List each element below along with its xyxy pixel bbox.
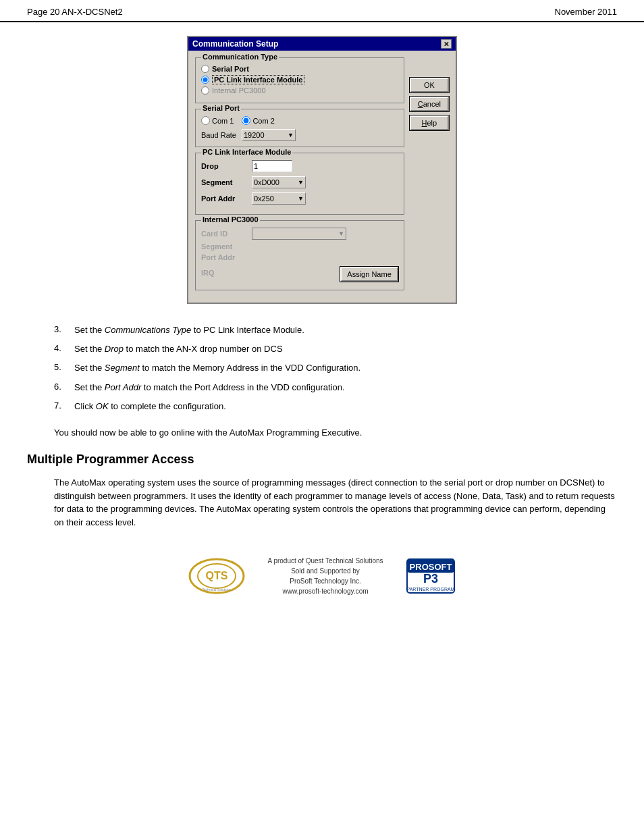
drop-input[interactable]	[252, 160, 292, 172]
port-addr-value: 0x250	[254, 194, 274, 203]
internal-pc3000-label: Internal PC3000	[212, 86, 266, 95]
port-addr-dropdown[interactable]: 0x250 ▼	[252, 192, 306, 205]
port-addr-disabled-label: Port Addr	[201, 253, 252, 261]
serial-port-radio-row[interactable]: Serial Port	[201, 65, 398, 73]
instruction-7: 7. Click OK to complete the configuratio…	[54, 400, 617, 413]
pc-link-group-label: PC Link Interface Module	[201, 148, 292, 156]
dialog-left: Communication Type Serial Port PC Link I…	[195, 57, 404, 296]
svg-text:PARTNER PROGRAM: PARTNER PROGRAM	[406, 587, 454, 592]
communication-setup-dialog: Communication Setup ✕ Communication Type…	[187, 36, 457, 304]
instruction-6-text: Set the Port Addr to match the Port Addr…	[74, 382, 345, 394]
baud-rate-value: 19200	[244, 131, 265, 139]
segment-dropdown[interactable]: 0xD000 ▼	[252, 176, 306, 188]
dialog-title: Communication Setup	[192, 39, 278, 49]
instruction-3-num: 3.	[54, 324, 74, 336]
port-addr-disabled-row: Port Addr	[201, 253, 398, 261]
port-addr-label: Port Addr	[201, 194, 252, 203]
section-heading-container: Multiple Programmer Access	[27, 452, 617, 467]
dialog-buttons: OK Cancel Help	[410, 57, 449, 296]
header-right: November 2011	[555, 7, 618, 17]
dialog-titlebar: Communication Setup ✕	[188, 37, 456, 51]
footer-line2: Sold and Supported by	[267, 566, 383, 576]
svg-text:QTS: QTS	[206, 570, 228, 581]
svg-text:P3: P3	[423, 572, 438, 585]
serial-port-radio[interactable]	[201, 65, 209, 73]
pc-link-group: PC Link Interface Module Drop Segment 0x…	[195, 153, 404, 215]
segment-disabled-label: Segment	[201, 242, 252, 251]
internal-pc3000-radio-row[interactable]: Internal PC3000	[201, 86, 398, 95]
segment-disabled-row: Segment	[201, 242, 398, 251]
serial-port-group-label: Serial Port	[201, 104, 241, 112]
footer-line4: www.prosoft-technology.com	[267, 586, 383, 596]
internal-pc3000-content: Card ID ▼ Segment Port Addr	[201, 228, 398, 282]
cancel-button[interactable]: Cancel	[410, 97, 449, 111]
instructions-list: 3. Set the Communications Type to PC Lin…	[54, 324, 617, 413]
pc-link-content: Drop Segment 0xD000 ▼	[201, 160, 398, 205]
serial-port-group: Serial Port Com 1 Com 2	[195, 109, 404, 147]
card-id-label: Card ID	[201, 230, 252, 238]
comm-type-content: Serial Port PC Link Interface Module Int…	[201, 65, 398, 95]
segment-field-row: Segment 0xD000 ▼	[201, 176, 398, 188]
comm-type-label: Communication Type	[201, 53, 279, 61]
assign-name-button[interactable]: Assign Name	[340, 267, 398, 282]
com1-radio[interactable]	[201, 116, 210, 125]
com2-radio[interactable]	[242, 116, 250, 125]
instruction-3: 3. Set the Communications Type to PC Lin…	[54, 324, 617, 336]
prosoft-logo: PROSOFT P3 PARTNER PROGRAM	[404, 556, 458, 596]
instruction-4-num: 4.	[54, 343, 74, 355]
baud-rate-arrow-icon: ▼	[288, 132, 294, 138]
footer-line1: A product of Quest Technical Solutions	[267, 556, 383, 566]
internal-pc3000-radio[interactable]	[201, 86, 209, 95]
comm-type-group: Communication Type Serial Port PC Link I…	[195, 57, 404, 103]
help-button[interactable]: Help	[410, 115, 449, 130]
instruction-5: 5. Set the Segment to match the Memory A…	[54, 362, 617, 374]
dialog-body: Communication Type Serial Port PC Link I…	[188, 51, 456, 303]
segment-arrow-icon: ▼	[298, 179, 304, 186]
page-header: Page 20 AN-X-DCSNet2 November 2011	[0, 0, 644, 22]
main-content: Communication Setup ✕ Communication Type…	[0, 22, 644, 617]
prosoft-logo-svg: PROSOFT P3 PARTNER PROGRAM	[404, 556, 458, 596]
segment-label: Segment	[201, 178, 252, 186]
serial-port-content: Com 1 Com 2 Baud Rate 19200	[201, 116, 398, 141]
pc-link-radio[interactable]	[201, 76, 209, 84]
instruction-3-text: Set the Communications Type to PC Link I…	[74, 324, 304, 336]
port-addr-field-row: Port Addr 0x250 ▼	[201, 192, 398, 205]
internal-pc3000-group-label: Internal PC3000	[201, 215, 260, 224]
header-left: Page 20 AN-X-DCSNet2	[27, 7, 123, 17]
qts-logo-svg: QTS Technical Solutions	[186, 556, 247, 596]
dialog-area: Communication Setup ✕ Communication Type…	[27, 36, 617, 304]
qts-logo: QTS Technical Solutions	[186, 556, 247, 596]
instruction-4: 4. Set the Drop to match the AN-X drop n…	[54, 343, 617, 355]
baud-rate-label: Baud Rate	[201, 131, 236, 139]
ok-button[interactable]: OK	[410, 78, 449, 93]
section-heading: Multiple Programmer Access	[27, 452, 194, 466]
com-options-row: Com 1 Com 2	[201, 116, 398, 125]
com1-label: Com 1	[212, 117, 234, 125]
instruction-7-text: Click OK to complete the configuration.	[74, 400, 226, 413]
svg-text:PROSOFT: PROSOFT	[409, 562, 452, 572]
svg-text:Technical Solutions: Technical Solutions	[203, 588, 232, 592]
drop-label: Drop	[201, 162, 252, 170]
com1-option[interactable]: Com 1	[201, 116, 234, 125]
instruction-7-num: 7.	[54, 400, 74, 413]
section-body: The AutoMax operating system uses the so…	[54, 476, 617, 529]
pc-link-label: PC Link Interface Module	[212, 76, 304, 84]
instruction-6-num: 6.	[54, 382, 74, 394]
pc-link-radio-row[interactable]: PC Link Interface Module	[201, 76, 398, 84]
irq-row: IRQ Assign Name	[201, 264, 398, 282]
instruction-5-num: 5.	[54, 362, 74, 374]
footer: QTS Technical Solutions A product of Que…	[27, 549, 617, 603]
baud-rate-dropdown[interactable]: 19200 ▼	[242, 129, 296, 141]
serial-port-label: Serial Port	[212, 65, 249, 73]
com2-option[interactable]: Com 2	[242, 116, 274, 125]
instruction-6: 6. Set the Port Addr to match the Port A…	[54, 382, 617, 394]
close-icon[interactable]: ✕	[441, 39, 452, 49]
com2-label: Com 2	[252, 117, 274, 125]
footer-line3: ProSoft Technology Inc.	[267, 576, 383, 586]
baud-rate-row: Baud Rate 19200 ▼	[201, 129, 398, 141]
card-id-arrow-icon: ▼	[338, 230, 344, 237]
footer-text-block: A product of Quest Technical Solutions S…	[267, 556, 383, 596]
segment-value: 0xD000	[254, 178, 279, 186]
irq-label: IRQ	[201, 269, 252, 277]
card-id-combo[interactable]: ▼	[252, 228, 346, 240]
